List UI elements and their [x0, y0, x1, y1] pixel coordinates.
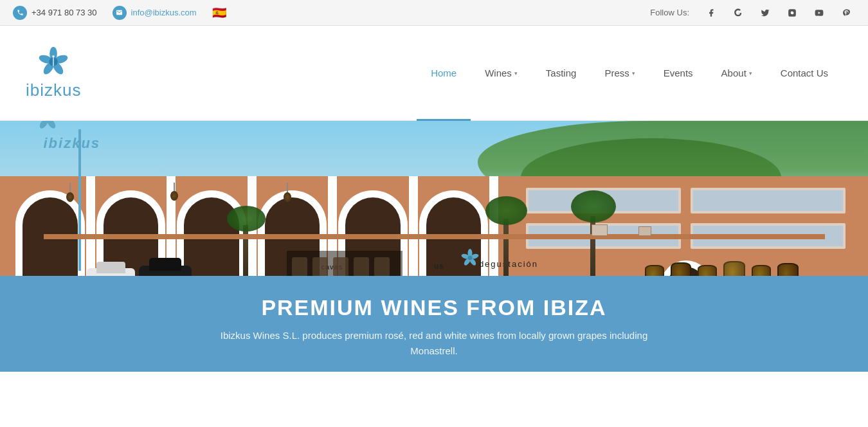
- nav-home[interactable]: Home: [417, 26, 471, 121]
- roof-line: [44, 234, 825, 239]
- hero-photo: cavas us degustación ibizkus: [0, 121, 868, 295]
- top-bar: +34 971 80 73 30 info@ibizkus.com 🇪🇸 Fol…: [0, 0, 868, 26]
- youtube-icon[interactable]: [810, 4, 828, 22]
- google-plus-icon[interactable]: [729, 4, 747, 22]
- nav-events[interactable]: Events: [649, 26, 707, 121]
- logo-flower-icon: [37, 46, 69, 78]
- main-nav: Home Wines ▾ Tasting Press ▾ Events Abou…: [417, 26, 842, 121]
- wines-dropdown-arrow: ▾: [514, 70, 518, 77]
- nav-wines[interactable]: Wines ▾: [471, 26, 532, 121]
- follow-us-label: Follow Us:: [650, 8, 689, 17]
- phone-number: +34 971 80 73 30: [32, 8, 97, 17]
- pinterest-icon[interactable]: [837, 4, 855, 22]
- nav-about[interactable]: About ▾: [707, 26, 766, 121]
- ac-unit-2: [638, 226, 651, 236]
- hero-banner: PREMIUM WINES FROM IBIZA Ibizkus Wines S…: [0, 276, 868, 372]
- nav-tasting[interactable]: Tasting: [532, 26, 591, 121]
- phone-contact: +34 971 80 73 30: [13, 6, 97, 20]
- hero-section: cavas us degustación ibizkus: [0, 121, 868, 372]
- twitter-icon[interactable]: [756, 4, 774, 22]
- top-bar-right: Follow Us:: [650, 4, 855, 22]
- phone-icon: [13, 6, 27, 20]
- hero-scene: cavas us degustación ibizkus: [0, 121, 868, 295]
- ac-unit-1: [592, 224, 608, 236]
- top-bar-left: +34 971 80 73 30 info@ibizkus.com 🇪🇸: [13, 6, 226, 20]
- header: ibizkus Home Wines ▾ Tasting Press ▾ Eve…: [0, 26, 868, 121]
- svg-point-10: [53, 55, 55, 57]
- flag-icon: 🇪🇸: [212, 6, 226, 20]
- logo-text: ibizkus: [26, 80, 81, 100]
- press-dropdown-arrow: ▾: [632, 70, 635, 77]
- logo-link[interactable]: ibizkus: [26, 46, 141, 100]
- wall-logo-icon: [460, 248, 480, 271]
- nav-contact[interactable]: Contact Us: [766, 26, 842, 121]
- email-contact[interactable]: info@ibizkus.com: [113, 6, 197, 20]
- instagram-icon[interactable]: [783, 4, 801, 22]
- svg-point-22: [467, 256, 472, 260]
- hero-title: PREMIUM WINES FROM IBIZA: [13, 295, 855, 320]
- logo-container: ibizkus: [26, 46, 81, 100]
- about-dropdown-arrow: ▾: [749, 70, 752, 77]
- email-icon: [113, 6, 127, 20]
- sky-area: [0, 121, 868, 239]
- hero-subtitle: Ibizkus Wines S.L. produces premium rosé…: [209, 328, 659, 359]
- sign-us: us: [434, 262, 444, 271]
- email-link[interactable]: info@ibizkus.com: [131, 8, 197, 17]
- facebook-icon[interactable]: [702, 4, 720, 22]
- nav-press[interactable]: Press ▾: [590, 26, 649, 121]
